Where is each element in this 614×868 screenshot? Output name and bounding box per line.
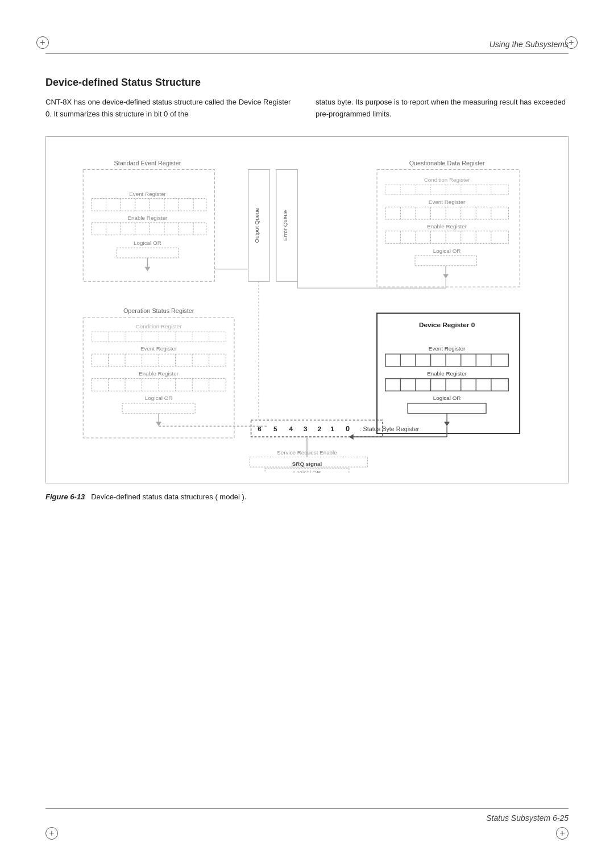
body-col-right: status byte. Its purpose is to report wh… [316,97,569,120]
bit-5: 5 [273,425,277,433]
bit-1: 1 [330,425,334,433]
questionable-data-label: Questionable Data Register [409,159,485,166]
body-col-left: CNT-8X has one device-defined status str… [45,97,298,120]
page: Using the Subsystems Device-defined Stat… [0,0,614,868]
logical-or-label-qdr: Logical OR [433,248,461,254]
page-footer: Status Subsystem 6-25 [45,808,569,823]
section-heading: Device-defined Status Structure [45,77,569,89]
event-reg-box-left [92,198,206,211]
event-reg-box-qdr [385,207,509,219]
figure-label: Figure 6-13 [45,493,85,501]
page-header: Using the Subsystems [45,40,569,54]
svg-marker-38 [443,274,449,278]
srq-signal-label: SRQ signal [292,461,322,467]
figure-text: Device-defined status data structures ( … [91,493,246,501]
svg-marker-65 [156,422,161,426]
header-title: Using the Subsystems [489,40,569,49]
output-queue-label: Output Queue [254,207,260,243]
bit-3: 3 [304,425,308,433]
logical-or-label-left: Logical OR [134,240,161,246]
logical-or-label-dr0: Logical OR [433,395,461,401]
error-queue-label: Error Queue [282,210,288,241]
logical-or-label-osr: Logical OR [145,395,173,401]
enable-reg-box-left [92,223,206,235]
event-reg-box-dr0 [385,354,509,366]
event-reg-label-left: Event Register [129,190,166,197]
svg-marker-81 [444,422,450,426]
logical-or-box-qdr [415,256,476,266]
figure-caption: Figure 6-13 Device-defined status data s… [45,493,569,501]
status-byte-label: : Status Byte Register [360,425,420,432]
enable-reg-box-qdr [385,231,509,243]
bottom-corner-marks [45,827,569,840]
enable-reg-label-qdr: Enable Register [427,223,467,229]
logical-or-box-left [117,248,178,258]
corner-mark-br [556,827,569,840]
standard-event-box [83,169,214,281]
corner-mark-tr [563,34,580,51]
bit-2: 2 [318,425,322,433]
enable-reg-label-left: Enable Register [127,215,168,221]
bit-4: 4 [289,425,293,433]
event-reg-label-osr: Event Register [140,345,177,352]
device-register-label: Device Register 0 [419,321,475,329]
svg-marker-15 [145,266,151,271]
corner-mark-tl [34,34,51,51]
logical-or-box-osr [122,403,195,413]
condition-reg-label-qdr: Condition Register [424,177,471,183]
diagram-svg: Standard Event Register Event Register E… [55,148,559,473]
corner-mark-bl [45,827,58,840]
condition-reg-box-qdr [385,185,509,195]
operation-status-label: Operation Status Register [123,307,194,314]
body-text: CNT-8X has one device-defined status str… [45,97,569,120]
standard-event-label: Standard Event Register [114,159,181,166]
logical-or-label-bottom: Logical OR [293,469,321,473]
logical-or-box-dr0 [408,403,486,413]
svg-marker-85 [349,434,354,440]
footer-text: Status Subsystem 6-25 [486,813,569,823]
condition-reg-label-osr: Condition Register [136,323,182,329]
event-reg-label-dr0: Event Register [429,345,466,352]
enable-reg-label-dr0: Enable Register [427,370,467,376]
enable-reg-box-dr0 [385,378,509,391]
event-reg-label-qdr: Event Register [429,199,466,205]
diagram-container: Standard Event Register Event Register E… [45,136,569,483]
bit-0: 0 [346,424,350,433]
enable-reg-label-osr: Enable Register [139,370,179,376]
